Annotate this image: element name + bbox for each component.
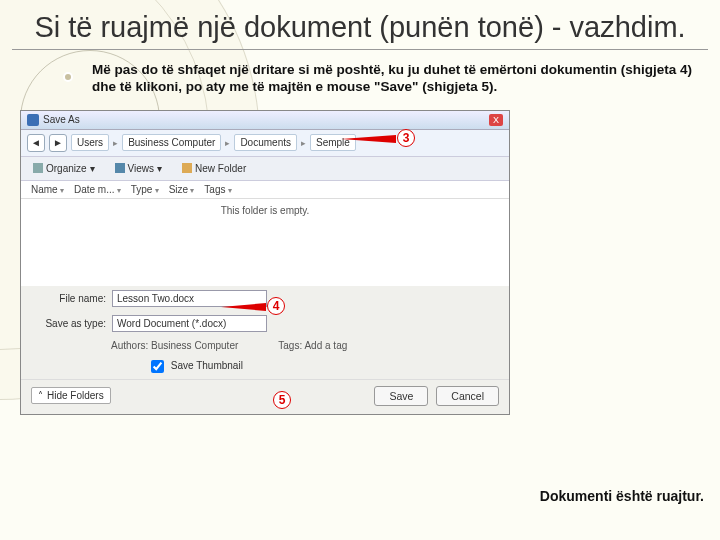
save-button[interactable]: Save — [374, 386, 428, 406]
organize-button[interactable]: Organize ▾ — [27, 160, 101, 177]
authors-label: Authors: — [111, 340, 148, 351]
save-thumbnail-checkbox[interactable] — [151, 360, 164, 373]
chevron-up-icon: ˄ — [38, 390, 43, 401]
newfolder-icon — [182, 163, 192, 173]
dialog-toolbar: Organize ▾ Views ▾ New Folder — [21, 157, 509, 181]
col-name: Name — [31, 184, 64, 195]
tags-label: Tags: — [278, 340, 302, 351]
dialog-title: Save As — [43, 114, 80, 125]
word-icon — [27, 114, 39, 126]
close-icon[interactable]: X — [489, 114, 503, 126]
savetype-select[interactable]: Word Document (*.docx) — [112, 315, 267, 332]
callout-3: 3 — [397, 129, 415, 147]
views-icon — [115, 163, 125, 173]
breadcrumb[interactable]: Documents — [234, 134, 297, 151]
cancel-button[interactable]: Cancel — [436, 386, 499, 406]
col-type: Type — [131, 184, 159, 195]
nav-row: ◄ ► Users▸ Business Computer▸ Documents▸… — [21, 130, 509, 157]
dialog-titlebar: Save As X — [21, 111, 509, 130]
save-thumbnail-label: Save Thumbnail — [171, 360, 243, 371]
breadcrumb[interactable]: Users — [71, 134, 109, 151]
nav-back-button[interactable]: ◄ — [27, 134, 45, 152]
save-as-dialog: 3 4 5 Save As X ◄ ► Users▸ Business Comp… — [20, 110, 510, 415]
authors-value[interactable]: Business Computer — [151, 340, 238, 351]
slide-title: Si të ruajmë një dokument (punën tonë) -… — [12, 8, 708, 50]
folder-icon — [33, 163, 43, 173]
new-folder-button[interactable]: New Folder — [176, 160, 252, 177]
column-headers[interactable]: Name Date m... Type Size Tags — [21, 181, 509, 199]
col-size: Size — [169, 184, 195, 195]
hide-folders-button[interactable]: ˄Hide Folders — [31, 387, 111, 404]
savetype-label: Save as type: — [31, 318, 106, 329]
callout-4: 4 — [267, 297, 285, 315]
col-tags: Tags — [204, 184, 231, 195]
breadcrumb[interactable]: Business Computer — [122, 134, 221, 151]
slide-intro: Më pas do të shfaqet një dritare si më p… — [92, 62, 708, 96]
views-button[interactable]: Views ▾ — [109, 160, 169, 177]
filename-label: File name: — [31, 293, 106, 304]
callout-5: 5 — [273, 391, 291, 409]
tags-value[interactable]: Add a tag — [304, 340, 347, 351]
col-date: Date m... — [74, 184, 121, 195]
nav-forward-button[interactable]: ► — [49, 134, 67, 152]
empty-folder-text: This folder is empty. — [21, 199, 509, 286]
footer-note: Dokumenti është ruajtur. — [540, 488, 704, 504]
